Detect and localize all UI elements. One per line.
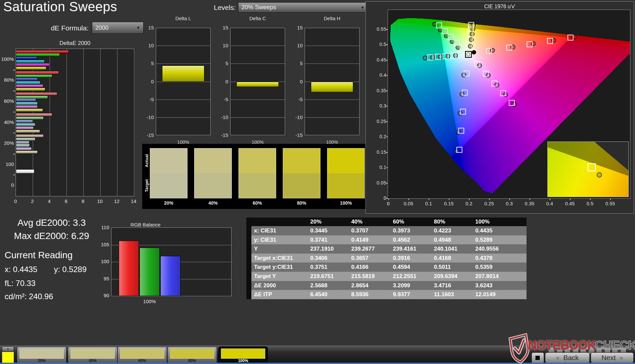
next-button[interactable]: Next » bbox=[591, 352, 634, 363]
axis-tick-label: 0.55 bbox=[604, 201, 617, 206]
patch-button-20%[interactable]: 20% bbox=[17, 346, 66, 364]
patch-button-80%[interactable]: 80% bbox=[167, 346, 217, 364]
gridline bbox=[156, 117, 210, 118]
axis-tick-label: -5 bbox=[287, 97, 303, 102]
deltae-bar-cyan-60% bbox=[16, 102, 38, 105]
axis-tick bbox=[13, 91, 15, 91]
chart-title: Delta H bbox=[305, 16, 360, 21]
deltae-bar-yellow-60% bbox=[16, 108, 43, 112]
table-row-label: ΔE 2000 bbox=[254, 281, 276, 290]
table-cell: 8.5936 bbox=[351, 290, 368, 299]
chevron-down-icon: ▼ bbox=[360, 5, 364, 10]
axis-tick-label: -10 bbox=[139, 114, 154, 120]
axis-tick bbox=[529, 199, 530, 200]
delta-h-chart: Delta H151050-5-10-15100% bbox=[287, 15, 361, 147]
axis-tick-label: -15 bbox=[213, 132, 228, 138]
axis-tick bbox=[386, 44, 388, 45]
gridline bbox=[156, 46, 210, 46]
axis-tick bbox=[386, 60, 388, 61]
axis-tick-label: 0.15 bbox=[372, 149, 386, 155]
deltae-bar-red-60% bbox=[16, 92, 57, 96]
cie-measured-red-60 bbox=[531, 42, 535, 46]
deltae-bar-red-20% bbox=[16, 134, 44, 138]
axis-group-label: 0 bbox=[0, 182, 14, 188]
gridline bbox=[305, 100, 359, 100]
stop-button[interactable] bbox=[531, 352, 544, 364]
axis-tick-label: 2 bbox=[28, 198, 37, 204]
gridline bbox=[231, 100, 285, 100]
deltae-bar-blue-100% bbox=[16, 57, 37, 60]
patch-label: 20% bbox=[17, 358, 66, 363]
table-cell: 0.4948 bbox=[434, 235, 451, 245]
table-row: Y237.1910239.2677239.4161240.1041240.955… bbox=[251, 244, 527, 254]
table-cell: 0.3657 bbox=[351, 254, 368, 263]
deltae-bar-green-80% bbox=[16, 74, 52, 78]
swatch-40% bbox=[194, 148, 232, 198]
patch-button-60%[interactable]: 60% bbox=[117, 346, 167, 364]
de-formula-value: 2000 bbox=[95, 24, 108, 31]
swatch-actual bbox=[239, 148, 276, 173]
table-cell: 0.4223 bbox=[434, 226, 451, 235]
de-formula-dropdown[interactable]: 2000 ▼ bbox=[92, 22, 144, 34]
axis-tick bbox=[388, 199, 389, 200]
axis-tick-label: 0.05 bbox=[402, 201, 415, 206]
gridline bbox=[305, 117, 359, 118]
axis-group-label: 100 bbox=[0, 161, 14, 167]
swatch-actual bbox=[283, 148, 320, 173]
avg-de2000-stat: Avg dE2000: 3.3 bbox=[13, 218, 90, 228]
levels-dropdown[interactable]: 20% Sweeps ▼ bbox=[238, 2, 368, 13]
deltae-bar-cyan-100% bbox=[16, 60, 45, 63]
max-de2000-stat: Max dE2000: 6.29 bbox=[10, 231, 93, 241]
gridline bbox=[305, 63, 359, 64]
patch-button-40%[interactable]: 40% bbox=[68, 346, 117, 364]
table-header-100%: 100% bbox=[475, 218, 489, 226]
table-cell: 0.4562 bbox=[393, 235, 410, 245]
deltae-bar-magenta-100% bbox=[16, 63, 50, 66]
patch-swatch bbox=[20, 348, 64, 359]
current-cdm2-stat: cd/m²: 240.96 bbox=[5, 292, 53, 301]
table-cell: 0.3445 bbox=[310, 226, 327, 235]
scroll-up-button[interactable]: ▲ bbox=[2, 346, 14, 351]
deltae-bar-yellow-80% bbox=[16, 88, 45, 91]
axis-tick-label: 6 bbox=[62, 198, 71, 204]
axis-tick-label: -10 bbox=[287, 114, 303, 120]
axis-group-label: 80% bbox=[0, 77, 14, 83]
table-cell: 237.1910 bbox=[310, 244, 334, 254]
gridline bbox=[156, 82, 210, 82]
actual-target-swatch-panel: Actual Target 20%40%60%80%100% bbox=[142, 144, 367, 209]
axis-tick-label: 0.2 bbox=[462, 201, 476, 206]
gridline bbox=[231, 63, 285, 64]
table-cell: 2.5688 bbox=[310, 281, 327, 290]
axis-tick-label: 0.1 bbox=[372, 164, 386, 170]
table-cell: 3.2099 bbox=[393, 281, 410, 290]
table-cell: 0.5289 bbox=[475, 235, 492, 245]
back-button-label: Back bbox=[563, 354, 579, 362]
axis-tick bbox=[590, 199, 591, 200]
axis-tick-label: 0.35 bbox=[523, 201, 536, 206]
deltae-bar-yellow-20% bbox=[16, 150, 38, 154]
cie-measured-yellow-60 bbox=[470, 32, 474, 36]
rgb-bar-blue bbox=[160, 256, 181, 296]
deltae-bar-magenta-40% bbox=[16, 126, 34, 130]
table-cell: 0.4168 bbox=[434, 254, 451, 263]
cie-measured-red-100 bbox=[572, 35, 576, 39]
axis-tick bbox=[13, 70, 15, 70]
back-button[interactable]: « Back bbox=[545, 352, 590, 363]
patch-button-100%[interactable]: 100% bbox=[218, 346, 268, 364]
axis-tick-label: 0.4 bbox=[543, 201, 556, 206]
axis-group-label: 100% bbox=[0, 56, 14, 62]
table-row: Target Y219.6751215.5819212.2551209.6394… bbox=[251, 272, 527, 281]
axis-tick bbox=[13, 175, 15, 175]
target-row-label: Target bbox=[144, 173, 149, 198]
table-row-label: Y bbox=[254, 244, 258, 254]
table-cell: 0.4378 bbox=[475, 254, 492, 263]
table-row: Target x:CIE310.34060.36570.39160.41680.… bbox=[251, 254, 527, 263]
gridline bbox=[111, 296, 231, 296]
axis-tick-label: 10 bbox=[213, 43, 228, 48]
table-header-80%: 80% bbox=[434, 218, 445, 226]
table-cell: 3.6243 bbox=[475, 281, 492, 290]
deltae-bar-green-20% bbox=[16, 138, 35, 141]
table-cell: 0.3741 bbox=[310, 235, 327, 245]
table-cell: 0.4594 bbox=[393, 263, 410, 272]
gridline bbox=[117, 49, 117, 196]
